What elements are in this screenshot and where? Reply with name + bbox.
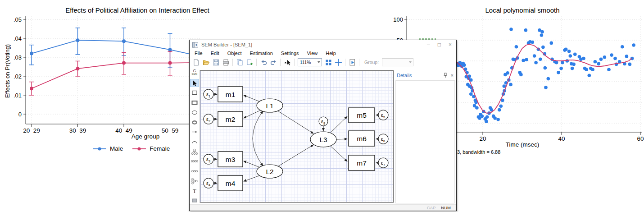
- new-file-button[interactable]: [191, 58, 200, 67]
- toolbar-separator: [256, 59, 257, 66]
- scatter-point: [628, 63, 632, 66]
- menu-object[interactable]: Object: [223, 50, 246, 56]
- observed-variables: [218, 87, 375, 191]
- fit-in-page-button[interactable]: [324, 58, 333, 67]
- menu-estimation[interactable]: Estimation: [246, 50, 277, 56]
- male-line-marker: [92, 147, 107, 151]
- scatter-point: [550, 41, 553, 45]
- add-latent-variables-set-tool[interactable]: [190, 167, 199, 175]
- series-male: [29, 28, 200, 68]
- menu-help[interactable]: Help: [322, 50, 340, 56]
- select-tool[interactable]: [190, 79, 199, 87]
- add-observed-variables-set-tool[interactable]: [190, 157, 199, 166]
- scatter-point: [509, 28, 513, 31]
- series-female: [29, 51, 200, 95]
- y-tick-label: .04: [14, 35, 22, 42]
- add-regression-component-tool[interactable]: [190, 177, 199, 185]
- scatter-point: [539, 58, 542, 61]
- scatter-point: [525, 58, 528, 61]
- x-axis-label: Age group: [100, 133, 190, 140]
- add-observed-variable-tool[interactable]: [190, 89, 199, 97]
- menu-view[interactable]: View: [303, 50, 322, 56]
- open-file-button[interactable]: [201, 58, 210, 67]
- scatter-point: [540, 30, 544, 34]
- select-tool-button[interactable]: [283, 58, 292, 67]
- menu-settings[interactable]: Settings: [277, 50, 303, 56]
- zoom-value: 111%: [300, 60, 311, 65]
- legend-label-female: Female: [150, 145, 170, 152]
- y-tick-label: 100: [393, 16, 403, 23]
- redo-icon: [270, 59, 277, 66]
- scatter-point: [534, 61, 538, 65]
- center-diagram-button[interactable]: [334, 58, 343, 67]
- copy-button[interactable]: [235, 58, 244, 67]
- details-panel: Details ×: [395, 71, 455, 203]
- scatter-point: [485, 115, 489, 119]
- chart-title: Effects of Political Affiliation on Inte…: [47, 6, 227, 14]
- svg-text:T: T: [193, 188, 196, 194]
- add-area-tool[interactable]: [190, 197, 199, 205]
- close-button[interactable]: ×: [449, 42, 452, 47]
- statusbar: CAP NUM: [190, 204, 456, 211]
- add-covariance-tool[interactable]: [190, 138, 199, 146]
- covariance-L1-L2: [253, 111, 263, 166]
- scatter-point: [533, 54, 536, 58]
- estimate-button[interactable]: [348, 58, 357, 67]
- y-tick-label: .05: [14, 16, 22, 23]
- chevron-down-icon: [317, 61, 320, 63]
- scatter-point: [599, 58, 603, 61]
- regression-fan-icon: [191, 178, 198, 184]
- diagram-canvas[interactable]: m1 m2 m3 m4 m5 m6 m7 L1 L2 L3 ε1 ε2 ε3 ε…: [200, 70, 394, 203]
- print-button[interactable]: [221, 58, 230, 67]
- minimize-button[interactable]: –: [427, 42, 430, 47]
- legend-item-male: Male: [92, 145, 123, 152]
- redo-button[interactable]: [269, 58, 278, 67]
- zoom-combobox[interactable]: 111%: [298, 58, 322, 66]
- node-labels: m1 m2 m3 m4 m5 m6 m7 L1 L2 L3: [226, 91, 367, 187]
- legend: Male Female: [92, 145, 170, 152]
- window-client-area: G SEM: [190, 68, 456, 205]
- scatter-point: [531, 41, 535, 44]
- scatter-point: [588, 74, 591, 77]
- scatter-point: [603, 55, 607, 59]
- add-multilevel-latent-variable-tool[interactable]: [190, 118, 199, 126]
- scatter-point: [481, 115, 484, 118]
- details-close-icon[interactable]: ×: [451, 73, 454, 78]
- legend-item-female: Female: [132, 145, 170, 152]
- donut-ellipse-icon: [191, 119, 198, 126]
- fit-page-icon: [325, 59, 332, 66]
- menu-edit[interactable]: Edit: [207, 50, 223, 56]
- measurement-fan-icon: [191, 148, 198, 155]
- maximize-button[interactable]: □: [438, 42, 441, 47]
- move-center-icon: [335, 59, 342, 66]
- scatter-point: [540, 33, 544, 37]
- double-rectangle-icon: [191, 99, 198, 106]
- add-measurement-component-tool[interactable]: [190, 147, 199, 156]
- paste-button[interactable]: [245, 58, 254, 67]
- undo-button[interactable]: [259, 58, 268, 67]
- chart-note: 3, bandwidth = 6.88: [457, 149, 500, 155]
- sem-builder-window: SEM Builder - [SEM_1] – □ × File Edit Ob…: [189, 40, 457, 211]
- scatter-point: [499, 105, 503, 108]
- menu-file[interactable]: File: [190, 50, 207, 56]
- add-path-tool[interactable]: [190, 128, 199, 136]
- add-latent-variable-tool[interactable]: [190, 108, 199, 116]
- scatter-point: [630, 57, 634, 60]
- add-text-tool[interactable]: T: [190, 187, 199, 195]
- path-L3-m7: [330, 146, 347, 161]
- select-cursor-icon: [284, 59, 291, 66]
- scatter-point: [463, 63, 466, 67]
- pin-icon[interactable]: [443, 73, 448, 78]
- label-m4: m4: [226, 180, 236, 187]
- gsem-logo-bottom: SEM: [192, 73, 198, 76]
- save-button[interactable]: [211, 58, 220, 67]
- add-generalized-response-tool[interactable]: [190, 98, 199, 106]
- text-tool-icon: T: [191, 188, 198, 194]
- scatter-point: [557, 71, 560, 74]
- titlebar[interactable]: SEM Builder - [SEM_1] – □ ×: [190, 40, 456, 49]
- scatter-point: [493, 116, 497, 120]
- group-combobox[interactable]: [382, 58, 413, 66]
- label-L3: L3: [319, 136, 327, 143]
- scatter-point: [509, 83, 512, 87]
- label-m7: m7: [357, 159, 367, 167]
